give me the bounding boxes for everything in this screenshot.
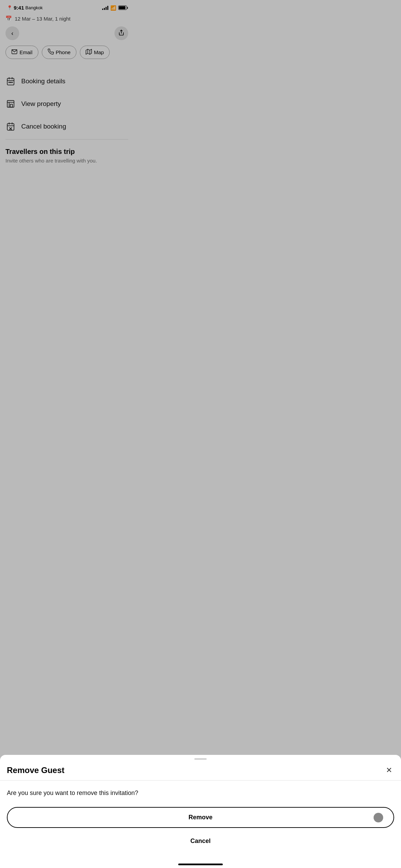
sheet-overlay[interactable] [0,0,134,289]
